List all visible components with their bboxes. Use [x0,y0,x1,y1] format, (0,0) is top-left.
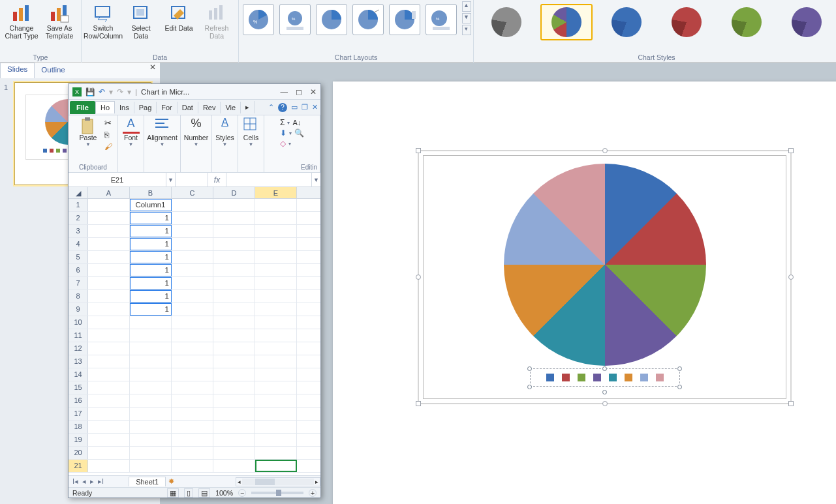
legend-handle[interactable] [677,385,682,389]
change-chart-type-button[interactable]: Change Chart Type [4,1,39,40]
select-data-button[interactable]: Select Data [123,1,159,40]
cell-B14[interactable] [130,368,172,381]
fill-icon[interactable]: ⬇ [280,128,286,138]
cell-E15[interactable] [255,381,297,394]
cell-A6[interactable] [88,264,130,276]
chart-style-6[interactable] [781,4,833,40]
chart-layout-5[interactable] [389,4,420,35]
cell-B12[interactable] [130,342,172,355]
cell-E2[interactable] [255,212,297,224]
cell-A18[interactable] [88,421,130,433]
cell-C7[interactable] [172,277,213,289]
pie-chart[interactable] [504,164,706,366]
cell-C2[interactable] [172,212,213,224]
paste-button[interactable]: Paste ▼ [74,117,102,147]
cell-E18[interactable] [255,421,297,433]
resize-handle[interactable] [416,148,421,153]
new-sheet-icon[interactable]: ✸ [168,477,174,486]
cell-D20[interactable] [213,447,255,459]
column-header-C[interactable]: C [172,187,213,198]
cell-E5[interactable] [255,251,297,263]
legend-swatch[interactable] [546,374,554,381]
undo-icon[interactable]: ↶ [99,87,105,96]
row-header-8[interactable]: 8 [69,290,88,303]
maximize-button[interactable]: ◻ [296,87,302,96]
cell-B7[interactable]: 1 [130,277,172,289]
cell-B21[interactable] [130,460,172,472]
minimize-button[interactable]: — [281,87,288,96]
cell-D2[interactable] [213,212,255,224]
save-as-template-button[interactable]: Save As Template [42,1,77,40]
cell-C9[interactable] [172,303,213,316]
cell-A19[interactable] [88,434,130,446]
column-header-D[interactable]: D [213,187,255,198]
resize-handle[interactable] [416,401,421,406]
row-header-12[interactable]: 12 [69,342,88,355]
horizontal-scrollbar[interactable]: ◂▸ [236,477,320,486]
cell-C15[interactable] [172,381,213,394]
cell-E1[interactable] [255,199,297,211]
cell-A15[interactable] [88,381,130,394]
cell-C11[interactable] [172,329,213,342]
chart-style-3[interactable] [600,4,653,40]
cell-B3[interactable]: 1 [130,225,172,237]
cell-D16[interactable] [213,394,255,407]
cell-D3[interactable] [213,225,255,237]
cell-C1[interactable] [172,199,213,211]
cell-C17[interactable] [172,408,213,420]
cell-B8[interactable]: 1 [130,290,172,303]
chart-object[interactable] [418,150,792,404]
zoom-in-button[interactable]: + [309,489,317,497]
row-header-4[interactable]: 4 [69,238,88,250]
row-header-13[interactable]: 13 [69,355,88,368]
cell-A7[interactable] [88,277,130,289]
cell-A9[interactable] [88,303,130,316]
chart-style-4[interactable] [660,4,713,40]
cell-D18[interactable] [213,421,255,433]
cell-E6[interactable] [255,264,297,276]
view-page-layout-icon[interactable]: ▯ [184,488,193,497]
switch-row-column-button[interactable]: Switch Row/Column [85,1,121,40]
cell-D1[interactable] [213,199,255,211]
chart-style-1[interactable] [480,4,533,40]
formula-bar[interactable] [226,173,311,186]
cell-E14[interactable] [255,368,297,381]
cell-E13[interactable] [255,355,297,368]
chart-style-5[interactable] [720,4,773,40]
resize-handle[interactable] [602,148,608,153]
row-header-19[interactable]: 19 [69,434,88,446]
resize-handle[interactable] [416,274,421,280]
legend-swatch[interactable] [640,374,648,381]
window-restore-icon[interactable]: ❐ [302,103,308,112]
legend-swatch[interactable] [593,374,601,381]
row-header-14[interactable]: 14 [69,368,88,381]
row-header-17[interactable]: 17 [69,408,88,420]
legend-handle[interactable] [527,366,532,371]
cell-D6[interactable] [213,264,255,276]
excel-titlebar[interactable]: X 💾 ↶ ▾ ↷ ▾ | Chart in Micr... — ◻ ✕ [69,84,320,100]
close-button[interactable]: ✕ [310,87,317,96]
styles-button[interactable]: AStyles▼ [211,117,240,147]
chart-layout-3[interactable] [316,4,347,35]
cell-E21[interactable] [255,460,297,472]
zoom-out-button[interactable]: − [238,489,246,497]
cell-D9[interactable] [213,303,255,316]
window-min-icon[interactable]: ▭ [291,103,298,112]
chart-layout-4[interactable] [352,4,384,35]
cell-A14[interactable] [88,368,130,381]
row-header-20[interactable]: 20 [69,447,88,459]
cell-E20[interactable] [255,447,297,459]
cell-D11[interactable] [213,329,255,342]
cell-C4[interactable] [172,238,213,250]
cell-E16[interactable] [255,394,297,407]
tab-insert[interactable]: Ins [115,102,134,113]
redo-icon[interactable]: ↷ [117,87,123,96]
cell-A8[interactable] [88,290,130,303]
cell-C5[interactable] [172,251,213,263]
fx-icon[interactable]: fx [208,173,226,186]
column-header-A[interactable]: A [88,187,130,198]
cell-D17[interactable] [213,408,255,420]
excel-data-window[interactable]: X 💾 ↶ ▾ ↷ ▾ | Chart in Micr... — ◻ ✕ Fil… [68,83,321,498]
spreadsheet-grid[interactable]: ◢ ABCDE 1Column1213141516171819110111213… [69,187,320,475]
cell-D15[interactable] [213,381,255,394]
